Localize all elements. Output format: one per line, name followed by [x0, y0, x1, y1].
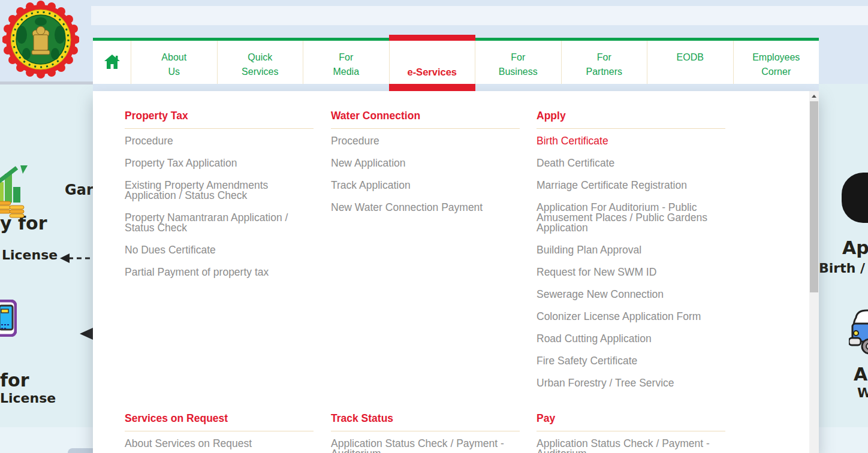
menu-item[interactable]: Existing Property Amendments Application… [125, 180, 314, 201]
menu-column-property-tax: Property Tax Procedure Property Tax Appl… [125, 110, 314, 289]
tab-quick-services[interactable]: Quick Services [217, 41, 303, 84]
tab-for-business[interactable]: For Business [475, 41, 561, 84]
mp-government-logo[interactable] [2, 0, 79, 80]
bg-license-label-2: License [0, 391, 56, 406]
menu-item[interactable]: Marriage Certificate Registration [537, 180, 725, 191]
bg-apply-fragment-right: Ap [842, 237, 868, 258]
menu-item[interactable]: Procedure [331, 136, 520, 146]
menu-column-water-connection: Water Connection Procedure New Applicati… [331, 110, 520, 225]
menu-item[interactable]: Colonizer License Application Form [537, 312, 725, 322]
menu-section-title: Apply [537, 110, 725, 129]
menu-item[interactable]: New Water Connection Payment [331, 203, 520, 213]
menu-scrollbar[interactable] [809, 91, 819, 453]
tab-eodb[interactable]: EODB [647, 41, 733, 84]
bg-w-fragment: W [857, 385, 868, 400]
bg-birth-death-fragment: Birth / D [819, 261, 868, 276]
menu-section-title: Pay [537, 412, 725, 431]
bottom-widget-corner [68, 448, 93, 453]
menu-item[interactable]: Application For Auditorium - Public Amus… [537, 203, 725, 233]
main-navigation: About Us Quick Services For Media e-Serv… [93, 38, 819, 84]
tab-about-us[interactable]: About Us [131, 41, 217, 84]
menu-item[interactable]: Death Certificate [537, 158, 725, 168]
menu-item[interactable]: Fire Safety Certificate [537, 356, 725, 366]
header-shadow [0, 81, 93, 84]
top-white-strip [91, 6, 868, 25]
menu-item[interactable]: Application Status Check / Payment - Aud… [537, 439, 725, 453]
menu-section-title: Services on Request [125, 412, 314, 431]
bg-license-label: License [2, 247, 58, 262]
menu-item[interactable]: Property Namantraran Application / Statu… [125, 213, 314, 233]
tab-home[interactable] [93, 41, 131, 84]
menu-column-pay: Pay Application Status Check / Payment -… [537, 412, 725, 453]
menu-item[interactable]: Partial Payment of property tax [125, 267, 314, 277]
menu-item[interactable]: Procedure [125, 136, 314, 146]
menu-item[interactable]: Road Cutting Application [537, 334, 725, 344]
menu-item[interactable]: Building Plan Approval [537, 245, 725, 255]
menu-column-apply: Apply Birth Certificate Death Certificat… [537, 110, 725, 400]
menu-item[interactable]: Request for New SWM ID [537, 267, 725, 277]
bottom-right-strip [819, 427, 868, 453]
scroll-up-icon [812, 95, 816, 98]
bar-chart-coins-icon [0, 165, 28, 221]
menu-item[interactable]: About Services on Request [125, 439, 314, 449]
tab-for-media[interactable]: For Media [303, 41, 389, 84]
menu-item[interactable]: New Application [331, 158, 520, 168]
garbage-truck-icon [849, 307, 868, 360]
dashed-arrow-left-icon [60, 252, 95, 265]
bg-for-fragment: for [0, 370, 29, 391]
menu-item[interactable]: Sewerage New Connection [537, 289, 725, 300]
tab-for-partners[interactable]: For Partners [561, 41, 647, 84]
menu-item[interactable]: Urban Forestry / Tree Service [537, 378, 725, 388]
tab-e-services[interactable]: e-Services [389, 41, 475, 84]
menu-item[interactable]: No Dues Certificate [125, 245, 314, 255]
scrollbar-up-button[interactable] [809, 91, 819, 101]
tab-employees-corner[interactable]: Employees Corner [733, 41, 819, 84]
bg-a-fragment: A [854, 364, 867, 385]
license-certificate-icon [0, 300, 17, 337]
eservices-mega-menu: Property Tax Procedure Property Tax Appl… [93, 91, 819, 453]
menu-section-title: Track Status [331, 412, 520, 431]
menu-item[interactable]: Track Application [331, 180, 520, 191]
menu-item[interactable]: Application Status Check / Payment - Aud… [331, 439, 520, 453]
menu-column-services-on-request: Services on Request About Services on Re… [125, 412, 314, 453]
menu-section-title: Property Tax [125, 110, 314, 129]
menu-item[interactable]: Property Tax Application [125, 158, 314, 168]
home-icon [104, 54, 120, 70]
scrollbar-thumb[interactable] [810, 101, 818, 292]
menu-section-title: Water Connection [331, 110, 520, 129]
menu-item-birth-certificate[interactable]: Birth Certificate [537, 136, 725, 146]
menu-column-track-status: Track Status Application Status Check / … [331, 412, 520, 453]
